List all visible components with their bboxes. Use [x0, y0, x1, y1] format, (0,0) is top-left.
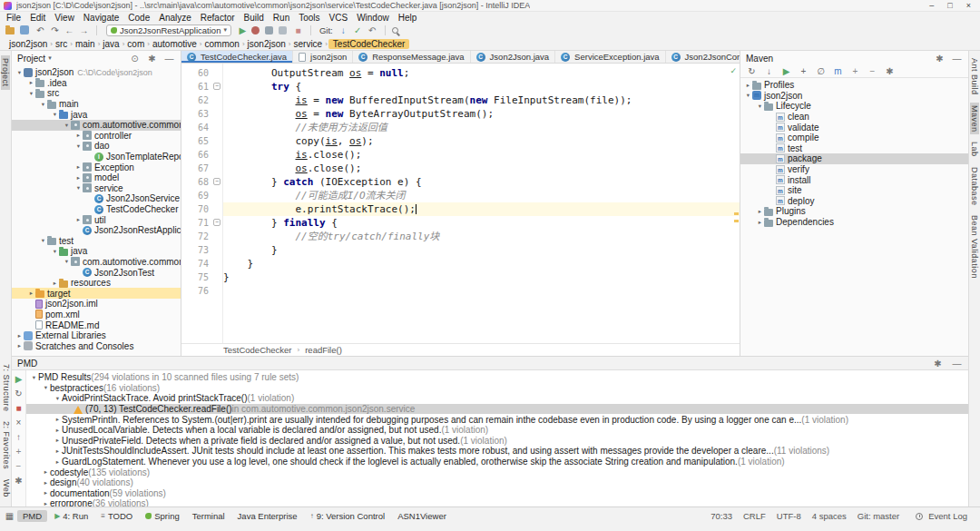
project-item-scratches-and-consoles[interactable]: ▸Scratches and Consoles: [12, 340, 181, 351]
tool-stripe-2-favorites[interactable]: 2: Favorites: [2, 418, 11, 472]
statusbar-pmd[interactable]: PMD: [17, 510, 47, 522]
tool-stripe-database[interactable]: Database: [970, 164, 979, 209]
project-item-idea[interactable]: ▸.idea: [12, 78, 181, 89]
statusbar-9-version-control[interactable]: ↑9: Version Control: [305, 510, 391, 522]
chevron-right-icon[interactable]: ▸: [54, 427, 62, 434]
close-pmd-icon[interactable]: ×: [13, 417, 24, 428]
chevron-right-icon[interactable]: ▸: [27, 290, 35, 297]
project-item-com-automotive-common-json2json[interactable]: ▾com.automotive.common.json2json: [12, 120, 181, 131]
chevron-right-icon[interactable]: ▸: [744, 82, 752, 89]
project-item-service[interactable]: ▾service: [12, 183, 181, 194]
code-line-65[interactable]: copy(is, os);: [223, 134, 740, 148]
status-70-33[interactable]: 70:33: [710, 511, 732, 521]
breadcrumb-service[interactable]: service: [291, 39, 324, 49]
pmd-item-bestpractices[interactable]: ▾bestpractices (16 violations): [26, 383, 968, 394]
chevron-right-icon[interactable]: ▸: [74, 163, 83, 171]
tool-stripe-ant-build[interactable]: Ant Build: [970, 55, 979, 98]
maven-item-validate[interactable]: validate: [740, 122, 968, 133]
code-line-61[interactable]: try {: [223, 80, 740, 93]
run-maven-build-icon[interactable]: ▶: [780, 65, 792, 77]
code-line-75[interactable]: }: [223, 270, 740, 284]
chevron-right-icon[interactable]: ▸: [27, 79, 35, 86]
menu-vcs[interactable]: VCS: [325, 13, 353, 23]
code-line-73[interactable]: }: [223, 243, 740, 257]
chevron-right-icon[interactable]: ▸: [756, 208, 764, 215]
rollback-icon[interactable]: ↶: [367, 25, 378, 36]
pmd-item-pmd-results[interactable]: ▾PMD Results (294 violations in 10 scann…: [26, 372, 968, 383]
chevron-down-icon[interactable]: ▾: [42, 384, 50, 391]
editor-tab-json2jsoncontroller-java[interactable]: Json2JsonController.java: [666, 51, 740, 63]
project-item-json2json-iml[interactable]: json2json.iml: [12, 299, 181, 310]
breadcrumb-testcodechecker[interactable]: TestCodeChecker: [328, 39, 409, 49]
tool-stripe-lab[interactable]: Lab: [970, 139, 979, 160]
menu-analyze[interactable]: Analyze: [154, 13, 196, 23]
maven-item-verify[interactable]: verify: [740, 164, 968, 175]
tool-stripe-web[interactable]: Web: [2, 477, 11, 500]
chevron-down-icon[interactable]: ▾: [51, 111, 59, 118]
menu-run[interactable]: Run: [269, 13, 294, 23]
project-gear-icon[interactable]: ✱: [146, 53, 158, 64]
pmd-item-documentation[interactable]: ▸documentation (59 violations): [26, 488, 968, 499]
code-line-71[interactable]: } finally {: [223, 216, 740, 230]
menu-navigate[interactable]: Navigate: [79, 13, 123, 23]
pmd-item-design[interactable]: ▸design (40 violations): [26, 477, 968, 488]
close-button[interactable]: ×: [966, 1, 971, 10]
chevron-down-icon[interactable]: ▾: [74, 184, 83, 192]
project-item-src[interactable]: ▾src: [12, 88, 181, 99]
editor-tab-json2json[interactable]: json2json: [293, 51, 353, 63]
chevron-right-icon[interactable]: ▸: [74, 216, 83, 223]
code-line-70[interactable]: e.printStackTrace();: [223, 202, 740, 216]
project-item-jsontemplaterepository[interactable]: JsonTemplateRepository: [12, 152, 181, 162]
breadcrumb-java[interactable]: java: [101, 39, 121, 49]
minimize-button[interactable]: –: [929, 1, 934, 10]
project-item-java[interactable]: ▾java: [12, 109, 181, 120]
breadcrumb-main[interactable]: main: [74, 39, 97, 49]
run-pmd-icon[interactable]: ▶: [13, 373, 24, 385]
menu-help[interactable]: Help: [394, 13, 422, 23]
project-item-readme-md[interactable]: README.md: [12, 320, 181, 330]
pmd-item-systemprintln-references-to-syst[interactable]: ▸SystemPrintln. References to System.(ou…: [26, 414, 968, 425]
maven-item-json2json[interactable]: ▾json2json: [740, 91, 968, 102]
search-everywhere-icon[interactable]: [392, 27, 398, 34]
back-icon[interactable]: ←: [64, 25, 75, 36]
code-line-67[interactable]: os.close();: [223, 162, 740, 175]
chevron-down-icon[interactable]: ▾: [27, 90, 35, 97]
chevron-down-icon[interactable]: ▾: [30, 374, 38, 381]
maven-item-plugins[interactable]: ▸Plugins: [740, 206, 968, 217]
menu-view[interactable]: View: [50, 13, 79, 23]
stop-icon[interactable]: ■: [292, 25, 304, 36]
menu-edit[interactable]: Edit: [25, 13, 50, 23]
pmd-settings-icon[interactable]: ✱: [13, 475, 24, 487]
menu-build[interactable]: Build: [240, 13, 269, 23]
code-line-72[interactable]: //空的try/catch/finally块: [223, 230, 740, 243]
code-area[interactable]: 6061−62636465666768−697071−7273747576 Ou…: [181, 64, 740, 343]
maven-item-deploy[interactable]: deploy: [740, 196, 968, 207]
project-item-dao[interactable]: ▾dao: [12, 141, 181, 152]
maven-item-profiles[interactable]: ▸Profiles: [740, 80, 968, 91]
project-locate-icon[interactable]: ⊙: [129, 53, 141, 64]
chevron-right-icon[interactable]: ▸: [42, 479, 50, 487]
code-line-64[interactable]: //未使用方法返回值: [223, 121, 740, 134]
status-crlf[interactable]: CRLF: [743, 511, 766, 521]
undo-icon[interactable]: ↶: [34, 25, 46, 36]
run-configuration-select[interactable]: Json2JsonRestApplication▾: [106, 25, 231, 36]
project-item-target[interactable]: ▸target: [12, 288, 181, 299]
chevron-right-icon[interactable]: ▸: [54, 416, 62, 423]
code-line-63[interactable]: os = new ByteArrayOutputStream();: [223, 107, 740, 121]
status-git-master[interactable]: Git: master: [858, 511, 899, 521]
maven-item-package[interactable]: package: [740, 153, 968, 164]
menu-window[interactable]: Window: [352, 13, 394, 23]
code-line-68[interactable]: } catch (IOException e) {: [223, 175, 740, 189]
code-line-76[interactable]: [223, 284, 740, 298]
pmd-item-70-13-testcodechecker-readfile[interactable]: (70, 13) TestCodeChecker.readFile() in c…: [26, 404, 968, 415]
maven-gear-icon[interactable]: ✱: [934, 53, 946, 64]
project-item-testcodechecker[interactable]: TestCodeChecker: [12, 204, 181, 215]
chevron-right-icon[interactable]: ▸: [15, 342, 24, 349]
pmd-item-avoidprintstacktrace-avoid-print[interactable]: ▾AvoidPrintStackTrace. Avoid printStackT…: [26, 393, 968, 404]
maven-item-dependencies[interactable]: ▸Dependencies: [740, 217, 968, 228]
breadcrumb-json2json[interactable]: json2json: [246, 39, 288, 49]
chevron-down-icon[interactable]: ▾: [74, 143, 83, 150]
project-item-json2jsonservice[interactable]: Json2JsonService: [12, 193, 181, 204]
redo-icon[interactable]: ↷: [49, 25, 61, 36]
chevron-right-icon[interactable]: ▸: [54, 447, 62, 455]
